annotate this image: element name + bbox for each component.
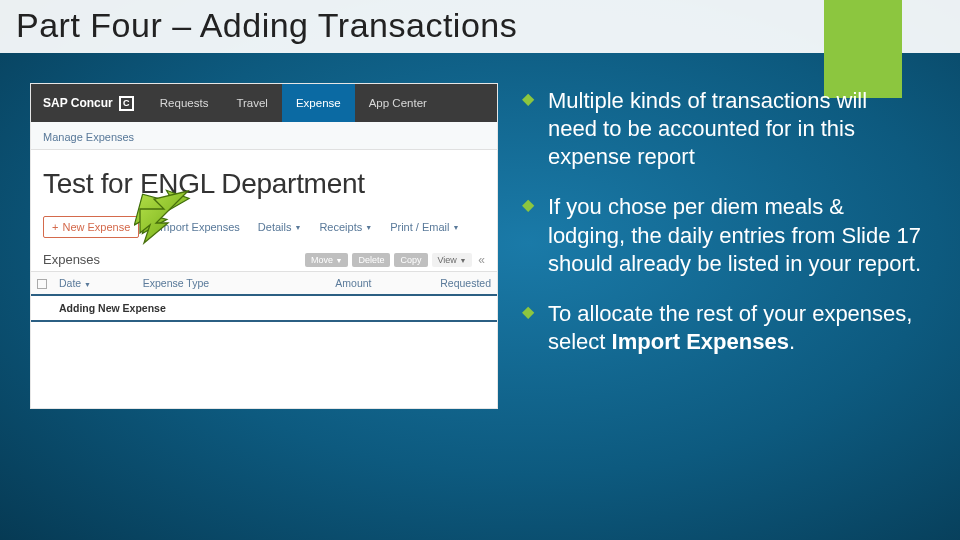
- bullet-list: Multiple kinds of transactions will need…: [522, 87, 922, 356]
- concur-app-screenshot: SAP Concur C Requests Travel Expense App…: [30, 83, 498, 409]
- chevron-down-icon: ▼: [452, 224, 459, 231]
- details-label: Details: [258, 221, 292, 233]
- adding-new-expense-row[interactable]: Adding New Expense: [31, 295, 497, 321]
- receipts-dropdown[interactable]: Receipts ▼: [319, 221, 372, 233]
- primary-nav: Requests Travel Expense App Center: [146, 84, 441, 122]
- breadcrumb[interactable]: Manage Expenses: [31, 122, 497, 150]
- delete-button[interactable]: Delete: [352, 253, 390, 267]
- nav-travel[interactable]: Travel: [222, 84, 282, 122]
- expense-table: Date ▼ Expense Type Amount Requested Add…: [31, 271, 497, 322]
- chevron-down-icon: ▼: [336, 257, 343, 264]
- collapse-icon[interactable]: «: [478, 253, 485, 267]
- row-mini-actions: Move ▼ Delete Copy View ▼ «: [305, 253, 485, 267]
- brand-text: SAP Concur: [43, 96, 113, 110]
- col-amount[interactable]: Amount: [286, 272, 378, 296]
- view-button[interactable]: View ▼: [432, 253, 473, 267]
- import-expenses-link[interactable]: Import Expenses: [157, 221, 240, 233]
- move-button[interactable]: Move ▼: [305, 253, 348, 267]
- nav-expense[interactable]: Expense: [282, 84, 355, 122]
- content-row: SAP Concur C Requests Travel Expense App…: [30, 83, 930, 409]
- nav-requests[interactable]: Requests: [146, 84, 223, 122]
- select-all-checkbox[interactable]: [37, 279, 47, 289]
- copy-button[interactable]: Copy: [394, 253, 427, 267]
- expenses-section-header: Expenses Move ▼ Delete Copy View ▼ «: [31, 248, 497, 271]
- report-toolbar: + New Expense Import Expenses Details ▼ …: [31, 202, 497, 248]
- receipts-label: Receipts: [319, 221, 362, 233]
- col-requested[interactable]: Requested: [378, 272, 498, 296]
- slide-title: Part Four – Adding Transactions: [0, 0, 960, 53]
- nav-appcenter[interactable]: App Center: [355, 84, 441, 122]
- expenses-label: Expenses: [43, 252, 100, 267]
- bullets-column: Multiple kinds of transactions will need…: [522, 83, 930, 409]
- chevron-down-icon: ▼: [294, 224, 301, 231]
- col-expense-type[interactable]: Expense Type: [137, 272, 286, 296]
- report-title: Test for ENGL Department: [31, 150, 497, 202]
- bullet-2: If you chose per diem meals & lodging, t…: [522, 193, 922, 277]
- screenshot-column: SAP Concur C Requests Travel Expense App…: [30, 83, 498, 409]
- plus-icon: +: [52, 221, 58, 233]
- bullet-1: Multiple kinds of transactions will need…: [522, 87, 922, 171]
- table-header-row: Date ▼ Expense Type Amount Requested: [31, 272, 497, 296]
- chevron-down-icon: ▼: [84, 281, 91, 288]
- details-dropdown[interactable]: Details ▼: [258, 221, 302, 233]
- print-email-label: Print / Email: [390, 221, 449, 233]
- app-topbar: SAP Concur C Requests Travel Expense App…: [31, 84, 497, 122]
- bullet-3: To allocate the rest of your expenses, s…: [522, 300, 922, 356]
- chevron-down-icon: ▼: [459, 257, 466, 264]
- accent-decoration: [824, 0, 902, 98]
- print-email-dropdown[interactable]: Print / Email ▼: [390, 221, 459, 233]
- chevron-down-icon: ▼: [365, 224, 372, 231]
- new-expense-button[interactable]: + New Expense: [43, 216, 139, 238]
- new-expense-label: New Expense: [62, 221, 130, 233]
- table-empty-space: [31, 322, 497, 408]
- brand-logo-icon: C: [119, 96, 134, 111]
- slide-root: Part Four – Adding Transactions SAP Conc…: [0, 0, 960, 540]
- col-date[interactable]: Date ▼: [53, 272, 137, 296]
- brand: SAP Concur C: [31, 96, 146, 111]
- adding-row-text: Adding New Expense: [53, 295, 497, 321]
